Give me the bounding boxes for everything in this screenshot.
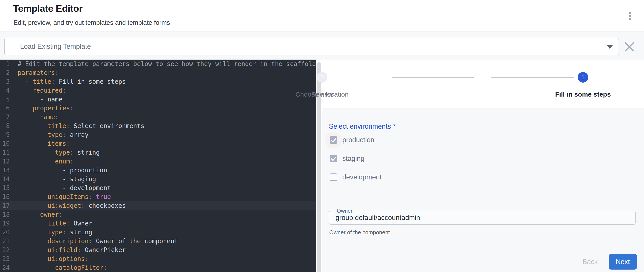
line-number: 1 [0, 60, 10, 68]
checked-checkbox-icon[interactable] [330, 155, 337, 162]
editor-line: 15 - development [0, 184, 316, 193]
wizard-form: Select environments * productionstagingd… [322, 108, 644, 272]
editor-line: 16 uniqueItems: true [0, 193, 316, 201]
template-preview-panel: 1Fill in some steps2Choose a location3Re… [322, 60, 644, 272]
owner-input[interactable]: Owner group:default/accountadmin [329, 211, 636, 225]
checkbox-row-development[interactable]: development [322, 171, 477, 184]
editor-line: 13 - production [0, 166, 316, 175]
line-number: 13 [0, 166, 10, 175]
line-number: 10 [0, 139, 10, 148]
editor-line: 5 - name [0, 95, 316, 104]
line-number: 7 [0, 113, 10, 122]
editor-line: 17 ui:widget: checkboxes [0, 201, 316, 210]
chevron-down-icon [606, 45, 613, 49]
checkbox-label[interactable]: staging [342, 155, 364, 163]
line-code: parameters: [10, 68, 58, 77]
line-code: type: string [10, 148, 100, 157]
load-template-placeholder: Load Existing Template [20, 38, 91, 55]
line-number: 14 [0, 175, 10, 184]
line-code: uniqueItems: true [10, 193, 111, 201]
editor-line: 18 owner: [0, 210, 316, 219]
line-code: ui:options: [10, 254, 88, 263]
owner-helper-text: Owner of the component [329, 229, 390, 236]
line-number: 9 [0, 130, 10, 139]
editor-line: 3 - title: Fill in some steps [0, 77, 316, 86]
line-code: - development [10, 184, 111, 193]
page-header: Template Editor Edit, preview, and try o… [0, 0, 644, 32]
line-code: type: string [10, 228, 92, 237]
editor-line: 22 ui:field: OwnerPicker [0, 246, 316, 254]
line-number: 4 [0, 86, 10, 95]
load-template-section: Load Existing Template [0, 32, 644, 60]
unchecked-checkbox-icon[interactable] [330, 173, 337, 181]
line-code: - title: Fill in some steps [10, 77, 126, 86]
step-number-badge: 3 [317, 72, 327, 83]
line-number: 11 [0, 148, 10, 157]
line-code: - production [10, 166, 107, 175]
editor-line: 23 ui:options: [0, 254, 316, 263]
line-code: catalogFilter: [10, 263, 107, 272]
yaml-code-editor[interactable]: 1# Edit the template parameters below to… [0, 60, 316, 272]
checkbox-row-staging[interactable]: staging [322, 152, 477, 165]
owner-field-value: group:default/accountadmin [336, 211, 420, 224]
step-label: Review [278, 91, 366, 98]
editor-line: 10 items: [0, 139, 316, 148]
step-connector [492, 77, 574, 78]
step-number-badge: 1 [578, 72, 588, 83]
template-editor-screen: Template Editor Edit, preview, and try o… [0, 0, 644, 272]
line-number: 23 [0, 254, 10, 263]
kebab-dot-icon [629, 15, 631, 17]
checkbox-label[interactable]: development [342, 173, 382, 181]
line-number: 6 [0, 104, 10, 113]
checkbox-wrap [325, 169, 342, 186]
editor-line: 21 description: Owner of the component [0, 237, 316, 246]
load-existing-template-select[interactable]: Load Existing Template [4, 38, 619, 55]
line-code: # Edit the template parameters below to … [10, 60, 316, 68]
line-number: 3 [0, 77, 10, 86]
line-number: 21 [0, 237, 10, 246]
back-button[interactable]: Back [576, 256, 604, 267]
editor-line: 6 properties: [0, 104, 316, 113]
line-code: description: Owner of the component [10, 237, 178, 246]
step-connector [392, 77, 474, 78]
line-code: title: Owner [10, 219, 92, 228]
wizard-stepper: 1Fill in some steps2Choose a location3Re… [322, 60, 644, 108]
editor-line: 9 type: array [0, 130, 316, 139]
line-number: 15 [0, 184, 10, 193]
line-code: title: Select environments [10, 122, 144, 130]
next-button[interactable]: Next [608, 254, 637, 269]
line-number: 19 [0, 219, 10, 228]
line-code: items: [10, 139, 70, 148]
editor-line: 11 type: string [0, 148, 316, 157]
editor-line: 4 required: [0, 86, 316, 95]
checked-checkbox-icon[interactable] [330, 136, 337, 144]
line-number: 8 [0, 122, 10, 130]
line-code: type: array [10, 130, 88, 139]
editor-line: 8 title: Select environments [0, 122, 316, 130]
line-number: 2 [0, 68, 10, 77]
checkbox-label[interactable]: production [342, 136, 374, 144]
editor-line: 1# Edit the template parameters below to… [0, 60, 316, 68]
kebab-dot-icon [629, 18, 631, 20]
more-options-button[interactable] [626, 10, 634, 22]
line-number: 22 [0, 246, 10, 254]
line-code: ui:widget: checkboxes [10, 201, 126, 210]
close-editor-button[interactable] [624, 41, 635, 53]
line-number: 17 [0, 201, 10, 210]
line-number: 20 [0, 228, 10, 237]
main-split: 1# Edit the template parameters below to… [0, 60, 644, 272]
editor-line: 24 catalogFilter: [0, 263, 316, 272]
checkbox-focus-ripple [325, 131, 342, 149]
close-icon [624, 41, 635, 53]
checkbox-row-production[interactable]: production [322, 133, 477, 147]
editor-line: 2parameters: [0, 68, 316, 77]
line-code: name: [10, 113, 58, 122]
line-code: properties: [10, 104, 74, 113]
line-number: 16 [0, 193, 10, 201]
editor-line: 14 - staging [0, 175, 316, 184]
editor-line: 20 type: string [0, 228, 316, 237]
line-number: 18 [0, 210, 10, 219]
editor-line: 7 name: [0, 113, 316, 122]
page-subtitle: Edit, preview, and try out templates and… [14, 19, 170, 26]
line-number: 12 [0, 157, 10, 166]
